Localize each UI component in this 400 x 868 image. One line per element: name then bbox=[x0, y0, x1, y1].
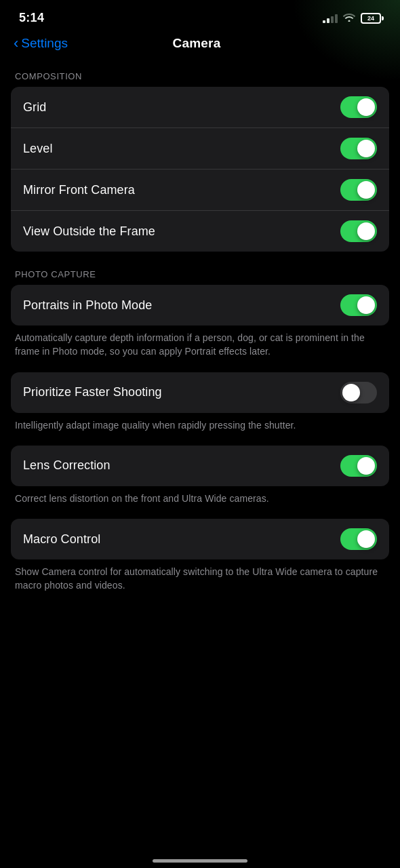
composition-group: Grid Level Mirror Front Camera bbox=[11, 87, 389, 252]
back-label: Settings bbox=[21, 36, 68, 51]
prioritize-section: Prioritize Faster Shooting Intelligently… bbox=[0, 372, 400, 435]
level-toggle[interactable] bbox=[340, 138, 377, 159]
view-outside-frame-toggle-thumb bbox=[357, 222, 375, 240]
view-outside-frame-toggle[interactable] bbox=[340, 220, 377, 242]
macro-control-toggle[interactable] bbox=[340, 528, 377, 550]
signal-icon bbox=[323, 14, 338, 23]
composition-header: COMPOSITION bbox=[0, 64, 400, 87]
grid-row: Grid bbox=[11, 87, 389, 128]
battery-icon: 24 bbox=[361, 13, 381, 24]
prioritize-description: Intelligently adapt image quality when r… bbox=[0, 413, 400, 435]
nav-bar: ‹ Settings Camera bbox=[0, 31, 400, 59]
view-outside-frame-row: View Outside the Frame bbox=[11, 211, 389, 252]
lens-correction-toggle[interactable] bbox=[340, 455, 377, 477]
portraits-section: Portraits in Photo Mode Automatically ca… bbox=[0, 285, 400, 361]
wifi-icon bbox=[343, 12, 355, 24]
lens-correction-row: Lens Correction bbox=[11, 446, 389, 486]
portraits-toggle[interactable] bbox=[340, 294, 377, 316]
macro-control-group: Macro Control bbox=[11, 519, 389, 559]
composition-section: COMPOSITION Grid Level Mirror Front Came… bbox=[0, 64, 400, 252]
status-icons: 24 bbox=[323, 12, 381, 24]
home-indicator bbox=[153, 859, 247, 863]
page-title: Camera bbox=[173, 36, 221, 51]
photo-capture-header: PHOTO CAPTURE bbox=[0, 262, 400, 285]
status-time: 5:14 bbox=[19, 11, 44, 25]
prioritize-group: Prioritize Faster Shooting bbox=[11, 372, 389, 413]
back-chevron-icon: ‹ bbox=[14, 36, 18, 51]
mirror-front-camera-toggle[interactable] bbox=[340, 179, 377, 201]
macro-control-description: Show Camera control for automatically sw… bbox=[0, 559, 400, 595]
lens-correction-toggle-thumb bbox=[357, 457, 375, 475]
prioritize-toggle[interactable] bbox=[340, 382, 377, 403]
settings-content: COMPOSITION Grid Level Mirror Front Came… bbox=[0, 59, 400, 627]
grid-toggle-thumb bbox=[357, 98, 375, 116]
lens-correction-section: Lens Correction Correct lens distortion … bbox=[0, 446, 400, 508]
back-button[interactable]: ‹ Settings bbox=[14, 36, 68, 51]
mirror-front-camera-toggle-thumb bbox=[357, 181, 375, 199]
macro-control-label: Macro Control bbox=[23, 532, 100, 547]
macro-control-section: Macro Control Show Camera control for au… bbox=[0, 519, 400, 595]
portraits-group: Portraits in Photo Mode bbox=[11, 285, 389, 326]
level-label: Level bbox=[23, 142, 53, 156]
portraits-label: Portraits in Photo Mode bbox=[23, 298, 152, 313]
portraits-toggle-thumb bbox=[357, 296, 375, 314]
lens-correction-description: Correct lens distortion on the front and… bbox=[0, 486, 400, 508]
macro-control-row: Macro Control bbox=[11, 519, 389, 559]
prioritize-toggle-thumb bbox=[342, 384, 360, 401]
level-row: Level bbox=[11, 128, 389, 170]
prioritize-row: Prioritize Faster Shooting bbox=[11, 372, 389, 413]
grid-label: Grid bbox=[23, 100, 46, 115]
lens-correction-group: Lens Correction bbox=[11, 446, 389, 486]
lens-correction-label: Lens Correction bbox=[23, 458, 111, 473]
battery-level: 24 bbox=[367, 15, 374, 22]
photo-capture-section: PHOTO CAPTURE Portraits in Photo Mode Au… bbox=[0, 262, 400, 595]
level-toggle-thumb bbox=[357, 140, 375, 157]
prioritize-label: Prioritize Faster Shooting bbox=[23, 385, 162, 399]
mirror-front-camera-label: Mirror Front Camera bbox=[23, 183, 135, 197]
portraits-row: Portraits in Photo Mode bbox=[11, 285, 389, 326]
macro-control-toggle-thumb bbox=[357, 530, 375, 548]
grid-toggle[interactable] bbox=[340, 96, 377, 118]
status-bar: 5:14 24 bbox=[0, 0, 400, 31]
mirror-front-camera-row: Mirror Front Camera bbox=[11, 170, 389, 211]
portraits-description: Automatically capture depth information … bbox=[0, 326, 400, 361]
view-outside-frame-label: View Outside the Frame bbox=[23, 224, 155, 239]
